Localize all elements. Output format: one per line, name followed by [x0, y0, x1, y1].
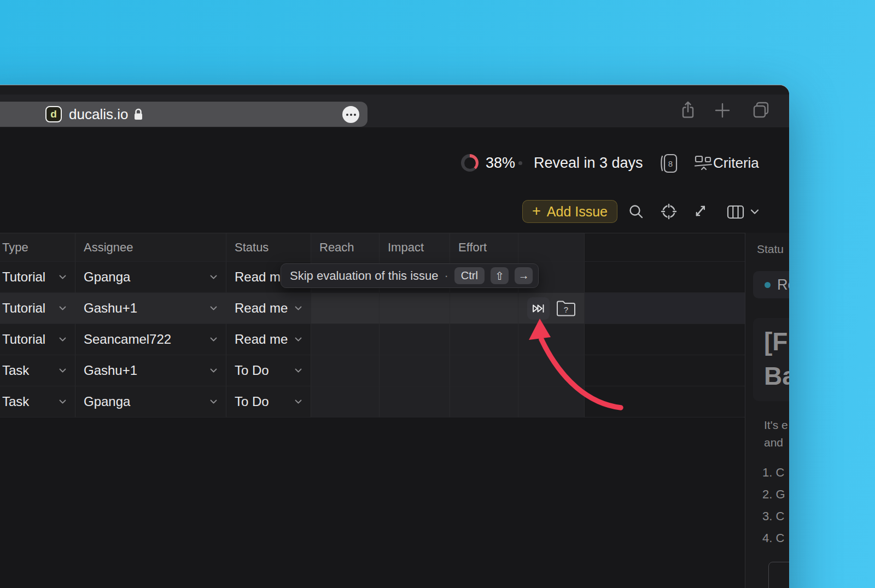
columns-icon[interactable]: [727, 205, 744, 219]
status-cell[interactable]: Read me: [226, 324, 311, 355]
issue-title-line1: [F: [764, 325, 789, 359]
assignee-cell[interactable]: Gashu+1: [75, 355, 226, 386]
description-line2: and: [764, 434, 788, 451]
progress-percent: 38%: [486, 154, 515, 172]
assignee-cell[interactable]: Gpanga: [75, 386, 226, 418]
chevron-down-icon: [210, 399, 217, 404]
type-cell[interactable]: Tutorial: [0, 324, 75, 355]
search-icon[interactable]: [628, 203, 644, 220]
chevron-down-icon: [210, 275, 217, 279]
key-arrow-right: →: [515, 267, 533, 284]
status-cell[interactable]: To Do: [226, 386, 311, 418]
reach-cell[interactable]: [311, 386, 380, 418]
row-filler: [585, 293, 745, 324]
criteria-icon[interactable]: [695, 155, 712, 172]
extra-cell: [518, 324, 585, 355]
assignee-cell[interactable]: Gashu+1: [75, 293, 226, 324]
help-folder-button[interactable]: ?: [556, 298, 576, 318]
reach-cell[interactable]: [311, 293, 380, 324]
row-filler: [585, 386, 745, 418]
svg-text:8: 8: [668, 159, 673, 168]
row-filler: [585, 324, 745, 355]
chevron-down-icon: [59, 337, 66, 342]
status-cell[interactable]: To Do: [226, 355, 311, 386]
chevron-down-icon: [59, 399, 66, 404]
column-header-status[interactable]: Status: [226, 233, 311, 262]
lock-icon: [133, 108, 144, 121]
svg-text:?: ?: [564, 305, 568, 314]
new-tab-icon[interactable]: [714, 102, 731, 119]
add-issue-button[interactable]: + Add Issue: [522, 200, 617, 223]
separator-dot: [518, 161, 522, 165]
chevron-down-icon: [295, 306, 302, 310]
column-header-reach[interactable]: Reach: [311, 233, 380, 262]
list-item: 4. C: [762, 531, 784, 545]
url-text: ducalis.io: [69, 102, 128, 127]
type-cell[interactable]: Task: [0, 355, 75, 386]
type-cell[interactable]: Task: [0, 386, 75, 418]
table-header-row: Type Assignee Status Reach Impact Effort: [0, 233, 745, 262]
issue-description: It's e and: [764, 416, 788, 451]
impact-cell[interactable]: [380, 324, 450, 355]
more-options-button[interactable]: [342, 106, 359, 123]
list-item: 1. C: [762, 466, 784, 480]
chevron-down-icon: [59, 275, 66, 279]
criteria-label[interactable]: Criteria: [713, 154, 759, 172]
column-header-type[interactable]: Type: [0, 233, 75, 262]
effort-cell[interactable]: [450, 355, 518, 386]
target-icon[interactable]: [661, 203, 677, 220]
row-filler: [585, 355, 745, 386]
type-cell[interactable]: Tutorial: [0, 293, 75, 324]
share-icon[interactable]: [679, 100, 697, 120]
table-row[interactable]: Task Gashu+1 To Do: [0, 355, 745, 386]
key-ctrl: Ctrl: [454, 267, 485, 284]
effort-cell[interactable]: [450, 293, 518, 324]
chevron-down-icon[interactable]: [750, 209, 759, 215]
table-row[interactable]: Tutorial Seancamel722 Read me: [0, 324, 745, 355]
site-favicon: d: [45, 106, 62, 122]
assignee-cell[interactable]: Seancamel722: [75, 324, 226, 355]
reach-cell[interactable]: [311, 355, 380, 386]
comment-box[interactable]: [768, 562, 789, 588]
folder-question-icon: ?: [556, 299, 576, 317]
key-shift: ⇧: [491, 267, 509, 284]
table-row[interactable]: Tutorial Gashu+1 Read me: [0, 293, 745, 324]
description-line1: It's e: [764, 416, 788, 434]
table-row[interactable]: Task Gpanga To Do: [0, 386, 745, 418]
skip-evaluation-button[interactable]: [527, 297, 550, 320]
column-header-empty: [518, 233, 585, 262]
chevron-down-icon: [210, 368, 217, 373]
status-cell[interactable]: Read me: [226, 293, 311, 324]
tab-overview-icon[interactable]: [751, 100, 771, 120]
effort-cell[interactable]: [450, 386, 518, 418]
assignee-cell[interactable]: Gpanga: [75, 262, 226, 293]
status-select[interactable]: Re: [753, 271, 789, 298]
tooltip-text: Skip evaluation of this issue: [290, 269, 439, 283]
issues-table: Type Assignee Status Reach Impact Effort…: [0, 233, 745, 418]
column-header-impact[interactable]: Impact: [380, 233, 450, 262]
reach-cell[interactable]: [311, 324, 380, 355]
column-header-effort[interactable]: Effort: [450, 233, 518, 262]
impact-cell[interactable]: [380, 293, 450, 324]
chevron-down-icon: [295, 368, 302, 373]
plus-icon: +: [532, 203, 541, 220]
impact-cell[interactable]: [380, 355, 450, 386]
impact-cell[interactable]: [380, 386, 450, 418]
card-stack-icon[interactable]: 8: [660, 153, 678, 175]
chevron-down-icon: [210, 337, 217, 342]
skip-forward-icon: [532, 304, 545, 313]
browser-window: d ducalis.io: [0, 85, 789, 588]
add-issue-label: Add Issue: [547, 204, 608, 220]
extra-cell: ?: [518, 293, 585, 324]
chevron-down-icon: [295, 399, 302, 404]
issue-title-line2: Ba: [764, 359, 789, 393]
chevron-down-icon: [210, 306, 217, 310]
column-header-assignee[interactable]: Assignee: [75, 233, 226, 262]
effort-cell[interactable]: [450, 324, 518, 355]
type-cell[interactable]: Tutorial: [0, 262, 75, 293]
sort-disabled-icon[interactable]: [693, 203, 709, 219]
evaluation-progress-ring: [461, 154, 479, 172]
url-bar[interactable]: d ducalis.io: [0, 102, 368, 127]
extra-cell: [518, 386, 585, 418]
status-dot-icon: [765, 282, 771, 288]
